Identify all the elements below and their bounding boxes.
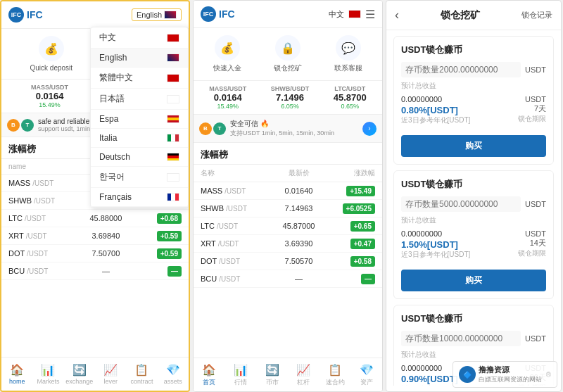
record-link[interactable]: 锁仓记录: [521, 10, 552, 20]
nav-contract-left[interactable]: 📋 contract: [126, 358, 157, 391]
buy-button-2[interactable]: 购买: [401, 270, 546, 291]
nav-exchange-mid[interactable]: 🔄 币市: [256, 358, 288, 391]
table-row[interactable]: SHWB /USDT 7.14963 +6.0525: [194, 200, 382, 217]
deposit-field-2: USDT: [401, 196, 546, 212]
tether-icon: T: [21, 119, 34, 132]
home-icon: 🏠: [10, 363, 24, 377]
table-row[interactable]: BCU /USDT — —: [1, 263, 189, 280]
deposit-input-1[interactable]: [401, 62, 521, 77]
hamburger-icon[interactable]: ☰: [365, 8, 375, 21]
table-row[interactable]: XRT /USDT 3.69390 +0.47: [194, 235, 382, 253]
table-row[interactable]: BCU /USDT — —: [194, 270, 382, 288]
price-mass-mid[interactable]: MASS/USDT 0.0164 15.49%: [209, 85, 246, 110]
mass-value-mid: 0.0164: [214, 92, 242, 103]
col-name-left: name: [8, 163, 73, 170]
nav-contract-mid[interactable]: 📋 速合约: [320, 358, 351, 391]
logo-left: IFC IFC: [8, 7, 43, 23]
nav-lever-label-mid: 杠杆: [297, 378, 310, 387]
nav-markets-mid[interactable]: 📊 行情: [225, 358, 257, 391]
current-language-mid: 中文: [329, 9, 344, 20]
table-row[interactable]: XRT /USDT 3.69840 +0.59: [1, 227, 189, 245]
app-name-left: IFC: [27, 9, 43, 20]
right-header: ‹ 锁仓挖矿 锁仓记录: [386, 1, 561, 30]
nav-exchange-label: exchange: [65, 378, 93, 385]
nav-lever-mid[interactable]: 📈 杠杆: [288, 358, 320, 391]
app-name-mid: IFC: [219, 8, 235, 20]
action-lock-mining-mid[interactable]: 🔒 锁仓挖矿: [274, 35, 302, 73]
flag-es: [167, 115, 179, 123]
home-icon-mid: 🏠: [202, 363, 216, 377]
ticker-text-mid: 安全可信 🔥: [230, 119, 334, 129]
logo-middle: IFC IFC: [201, 6, 235, 22]
yield-value-1: 0.00000000: [401, 95, 470, 103]
buy-button-1[interactable]: 购买: [401, 135, 546, 157]
days-label-1: 锁仓期限: [518, 114, 546, 124]
price-mass-left[interactable]: MASS/USDT 0.0164 15.49%: [31, 84, 68, 108]
bottom-nav-mid: 🏠 首页 📊 行情 🔄 币市 📈 杠杆 📋 速合约 💎 资产: [194, 358, 382, 391]
shwb-pair-mid: SHWB/USDT: [271, 85, 310, 92]
watermark: 🔷 撸撸资源 白嫖互联网资源的网站 ®: [453, 361, 557, 386]
flag-de: [167, 153, 179, 161]
lang-item-fr[interactable]: Français: [91, 188, 188, 207]
lang-item-zh[interactable]: 中文: [91, 27, 188, 49]
nav-assets-mid[interactable]: 💎 资产: [350, 358, 382, 391]
table-row[interactable]: LTC /USDT 45.87000 +0.65: [194, 217, 382, 235]
registered-icon: ®: [546, 371, 551, 379]
nav-assets-left[interactable]: 💎 assets: [158, 358, 189, 391]
price-ltc-mid[interactable]: LTC/USDT 45.8700 0.65%: [334, 85, 367, 110]
nav-home-left[interactable]: 🏠 home: [1, 358, 32, 391]
action-quick-deposit[interactable]: 💰 Quick deposit: [30, 36, 73, 72]
table-row[interactable]: DOT /USDT 7.50570 +0.58: [194, 253, 382, 270]
nav-contract-label: contract: [130, 378, 153, 385]
nav-markets-left[interactable]: 📊 Markets: [32, 358, 63, 391]
shwb-change-mid: 6.05%: [281, 103, 299, 110]
nav-lever-left[interactable]: 📈 lever: [95, 358, 126, 391]
nav-exchange-label-mid: 币市: [266, 378, 279, 387]
ticker-icons-mid: B T: [199, 122, 226, 135]
price-shwb-mid[interactable]: SHWB/USDT 7.1496 6.05%: [271, 85, 310, 110]
bottom-nav-left: 🏠 home 📊 Markets 🔄 exchange 📈 lever 📋 co…: [1, 357, 189, 391]
ticker-arrow-mid[interactable]: ›: [362, 122, 377, 136]
tether-icon-mid: T: [213, 122, 226, 135]
contract-icon: 📋: [134, 363, 148, 377]
lang-item-kr[interactable]: 한국어: [91, 167, 188, 188]
table-row[interactable]: LTC /USDT 45.88000 +0.68: [1, 210, 189, 227]
lang-item-es[interactable]: Espa: [91, 110, 188, 129]
nav-home-mid[interactable]: 🏠 首页: [194, 358, 225, 391]
service-label: 联系客服: [334, 63, 362, 73]
nav-contract-label-mid: 速合约: [326, 378, 345, 387]
nav-home-label: home: [9, 378, 25, 385]
yield-label-3: 预计总收益: [401, 350, 546, 360]
lang-item-it[interactable]: Italia: [91, 129, 188, 148]
mining-card-title-2: USDT锁仓赚币: [401, 178, 546, 191]
mass-change-mid: 15.49%: [217, 103, 239, 110]
ltc-value-mid: 45.8700: [334, 92, 367, 103]
action-service-mid[interactable]: 💬 联系客服: [334, 35, 362, 73]
table-row[interactable]: DOT /USDT 7.50700 +0.59: [1, 245, 189, 263]
rate-label-2: 近3日参考年化[USDT]: [401, 250, 470, 260]
flag-fr: [167, 193, 179, 201]
action-quick-deposit-mid[interactable]: 💰 快速入金: [213, 35, 241, 73]
back-button[interactable]: ‹: [395, 8, 399, 23]
bitcoin-icon: B: [7, 119, 20, 132]
lever-icon-mid: 📈: [296, 363, 310, 377]
table-row[interactable]: MASS /USDT 0.01640 +15.49: [194, 182, 382, 200]
mass-value: 0.0164: [36, 91, 64, 101]
nav-exchange-left[interactable]: 🔄 exchange: [64, 358, 95, 391]
nav-home-label-mid: 首页: [203, 378, 215, 387]
lang-item-de[interactable]: Deutsch: [91, 148, 188, 167]
flag-cn-mid: [348, 10, 361, 18]
language-selector-left[interactable]: English: [132, 8, 182, 21]
lever-icon: 📈: [103, 363, 118, 377]
exchange-icon-mid: 🔄: [265, 363, 279, 377]
col-change-mid: 涨跌幅: [331, 168, 375, 178]
flag-uk-2: [167, 53, 179, 62]
panel-middle: IFC IFC 中文 ☰ 💰 快速入金 🔒 锁仓挖矿 💬 联系客服 MASS/U…: [193, 0, 383, 392]
col-name-mid: 名称: [201, 168, 266, 178]
deposit-input-3[interactable]: [401, 331, 521, 346]
lang-item-tw[interactable]: 繁體中文: [91, 68, 188, 89]
deposit-label: Quick deposit: [30, 64, 73, 72]
lang-item-jp[interactable]: 日本語: [91, 89, 188, 110]
deposit-input-2[interactable]: [401, 196, 521, 212]
lang-item-en[interactable]: English: [91, 49, 188, 68]
